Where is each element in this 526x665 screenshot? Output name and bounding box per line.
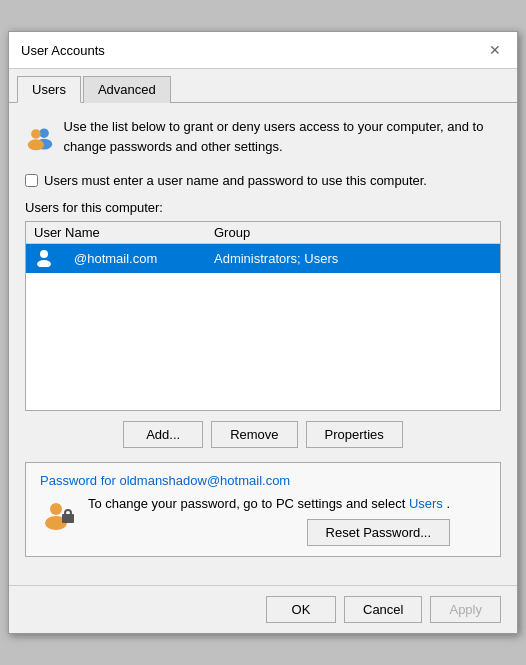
reset-password-button[interactable]: Reset Password...: [307, 519, 451, 546]
remove-button[interactable]: Remove: [211, 421, 297, 448]
svg-point-4: [40, 250, 48, 258]
cancel-button[interactable]: Cancel: [344, 596, 422, 623]
password-icon: [40, 496, 78, 534]
bottom-bar: OK Cancel Apply: [9, 585, 517, 633]
svg-point-5: [37, 260, 51, 267]
svg-point-2: [31, 129, 41, 139]
tab-bar: Users Advanced: [9, 69, 517, 103]
apply-button[interactable]: Apply: [430, 596, 501, 623]
password-description: To change your password, go to PC settin…: [88, 496, 450, 546]
users-icon: [25, 117, 54, 159]
table-header: User Name Group: [26, 222, 500, 244]
user-accounts-dialog: User Accounts ✕ Users Advanced Use the l…: [8, 31, 518, 634]
password-section: Password for oldmanshadow@hotmail.com To…: [25, 462, 501, 557]
password-title: Password for oldmanshadow@hotmail.com: [40, 473, 486, 488]
require-password-label: Users must enter a user name and passwor…: [44, 173, 427, 188]
tab-content: Use the list below to grant or deny user…: [9, 103, 517, 585]
users-section-label: Users for this computer:: [25, 200, 501, 215]
users-table[interactable]: User Name Group @hotmail.com Administrat…: [25, 221, 501, 411]
col-header-username: User Name: [34, 225, 214, 240]
tab-users[interactable]: Users: [17, 76, 81, 103]
password-text-link[interactable]: Users: [409, 496, 443, 511]
add-button[interactable]: Add...: [123, 421, 203, 448]
svg-point-6: [50, 503, 62, 515]
svg-point-3: [28, 139, 44, 150]
properties-button[interactable]: Properties: [306, 421, 403, 448]
password-info: To change your password, go to PC settin…: [40, 496, 486, 546]
col-header-group: Group: [214, 225, 492, 240]
row-username: @hotmail.com: [74, 251, 214, 266]
require-password-row: Users must enter a user name and passwor…: [25, 173, 501, 188]
close-button[interactable]: ✕: [485, 40, 505, 60]
require-password-checkbox[interactable]: [25, 174, 38, 187]
svg-point-0: [39, 128, 49, 138]
title-bar: User Accounts ✕: [9, 32, 517, 69]
ok-button[interactable]: OK: [266, 596, 336, 623]
svg-rect-9: [65, 510, 71, 516]
info-text: Use the list below to grant or deny user…: [64, 117, 501, 156]
row-group: Administrators; Users: [214, 251, 492, 266]
password-text-end: .: [446, 496, 450, 511]
password-text-line1: To change your password, go to PC settin…: [88, 496, 405, 511]
tab-advanced[interactable]: Advanced: [83, 76, 171, 103]
dialog-title: User Accounts: [21, 43, 105, 58]
table-row[interactable]: @hotmail.com Administrators; Users: [26, 244, 500, 273]
reset-btn-row: Reset Password...: [88, 519, 450, 546]
info-box: Use the list below to grant or deny user…: [25, 117, 501, 159]
row-user-icon: [34, 247, 74, 270]
user-action-buttons: Add... Remove Properties: [25, 421, 501, 448]
